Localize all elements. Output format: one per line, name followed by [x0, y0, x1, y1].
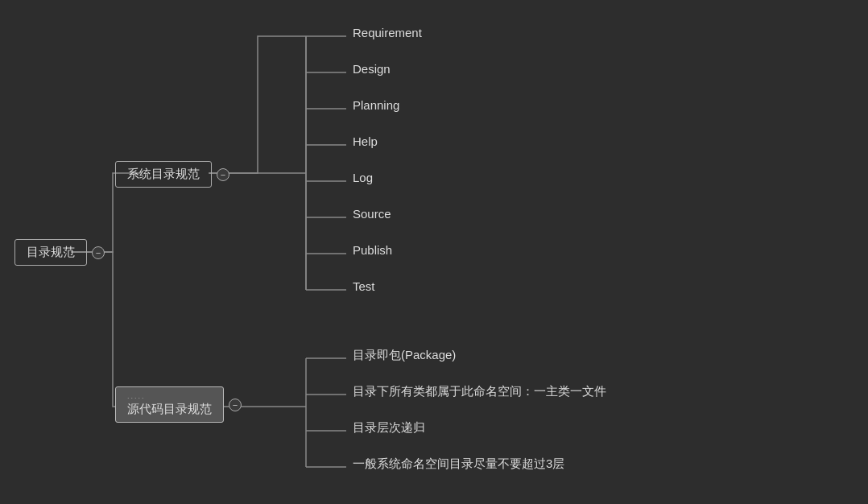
branch2-node[interactable]: ..... 源代码目录规范 − [115, 386, 242, 423]
root-label: 目录规范 [14, 239, 87, 266]
connections-svg [0, 0, 868, 504]
child-design-label: Design [346, 59, 397, 79]
branch2-collapse-btn[interactable]: − [229, 399, 242, 411]
child-test: Test [346, 276, 382, 296]
root-node[interactable]: 目录规范 − [14, 239, 105, 266]
mind-map: 目录规范 − 系统目录规范 − ..... 源代码目录规范 − Requirem… [0, 0, 868, 504]
root-collapse-btn[interactable]: − [92, 246, 105, 259]
child-log-label: Log [346, 167, 379, 188]
child-recursive: 目录层次递归 [346, 417, 432, 439]
branch2-label: ..... 源代码目录规范 [115, 386, 224, 423]
child-namespace-label: 目录下所有类都属于此命名空间：一主类一文件 [346, 381, 613, 403]
root-text: 目录规范 [27, 245, 75, 258]
child-log: Log [346, 167, 379, 188]
child-planning-label: Planning [346, 95, 406, 115]
branch1-node[interactable]: 系统目录规范 − [115, 161, 229, 188]
branch1-label: 系统目录规范 [115, 161, 212, 188]
child-publish-label: Publish [346, 240, 399, 260]
child-test-label: Test [346, 276, 382, 296]
child-maxlevel: 一般系统命名空间目录尽量不要超过3层 [346, 453, 571, 475]
branch1-text: 系统目录规范 [127, 167, 200, 180]
child-source: Source [346, 204, 398, 224]
child-design: Design [346, 59, 397, 79]
child-package: 目录即包(Package) [346, 345, 462, 366]
child-recursive-label: 目录层次递归 [346, 417, 432, 439]
child-planning: Planning [346, 95, 406, 115]
svg-line-1 [209, 36, 306, 173]
child-help: Help [346, 131, 384, 151]
branch1-collapse-btn[interactable]: − [217, 168, 229, 181]
child-maxlevel-label: 一般系统命名空间目录尽量不要超过3层 [346, 453, 571, 475]
child-namespace: 目录下所有类都属于此命名空间：一主类一文件 [346, 381, 613, 403]
child-source-label: Source [346, 204, 398, 224]
branch2-text: 源代码目录规范 [127, 402, 212, 415]
child-package-label: 目录即包(Package) [346, 345, 462, 366]
branch2-dots: ..... [127, 392, 212, 400]
child-help-label: Help [346, 131, 384, 151]
child-publish: Publish [346, 240, 399, 260]
child-requirement-label: Requirement [346, 23, 428, 43]
child-requirement: Requirement [346, 23, 428, 43]
